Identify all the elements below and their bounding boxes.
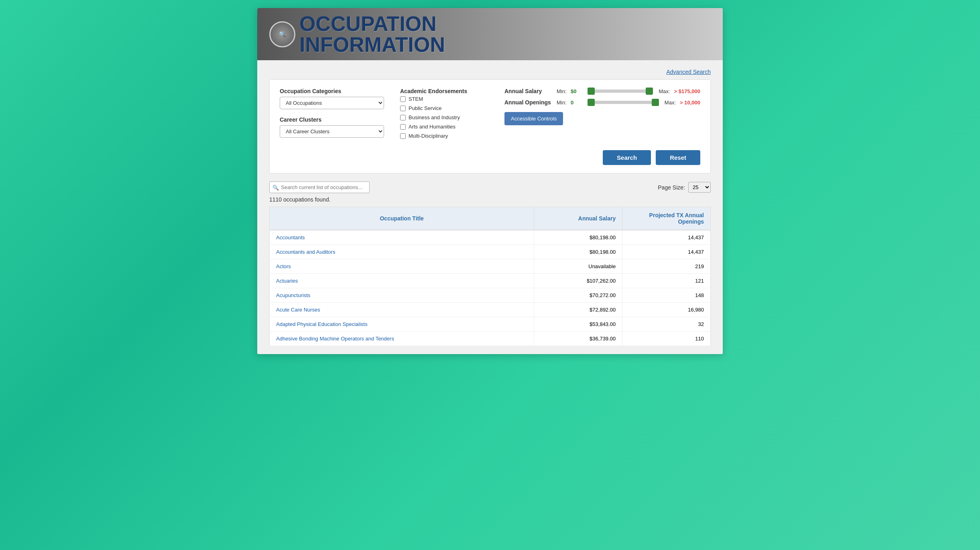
header-title: OCCUPATION INFORMATION	[299, 13, 445, 55]
reset-button[interactable]: Reset	[656, 150, 700, 165]
checkbox-public-service-input[interactable]	[400, 106, 406, 111]
checkbox-multi-disciplinary: Multi-Disciplinary	[400, 133, 488, 139]
cell-openings: 14,437	[622, 230, 711, 245]
table-row: Actuaries $107,262.00 121	[270, 274, 711, 288]
occupation-categories-label: Occupation Categories	[280, 88, 384, 94]
cell-salary: $53,843.00	[534, 317, 622, 332]
openings-slider-handle-left[interactable]	[588, 99, 595, 106]
cell-openings: 14,437	[622, 245, 711, 259]
openings-max-value: > 10,000	[680, 100, 700, 106]
search-button[interactable]: Search	[603, 150, 651, 165]
table-row: Acupuncturists $70,272.00 148	[270, 288, 711, 303]
salary-slider-fill	[588, 90, 653, 93]
annual-salary-row: Annual Salary Min: $0 Max: > $175,000	[504, 88, 700, 94]
occupation-link[interactable]: Adhesive Bonding Machine Operators and T…	[276, 336, 394, 342]
occupation-link[interactable]: Accountants	[276, 234, 305, 240]
checkbox-arts-humanities: Arts and Humanities	[400, 124, 488, 130]
search-icon: 🔍	[269, 21, 295, 47]
form-col-right: Annual Salary Min: $0 Max: > $175,000	[504, 88, 700, 125]
advanced-search-link[interactable]: Advanced Search	[666, 69, 711, 75]
checkbox-public-service-label: Public Service	[409, 105, 441, 111]
form-col-left: Occupation Categories All Occupations Ca…	[280, 88, 384, 138]
checkbox-public-service: Public Service	[400, 105, 488, 111]
salary-slider-handle-left[interactable]	[588, 88, 595, 95]
col-header-openings: Projected TX Annual Openings	[622, 207, 711, 230]
checkbox-stem-input[interactable]	[400, 96, 406, 102]
cell-salary: $36,739.00	[534, 332, 622, 346]
occupation-link[interactable]: Adapted Physical Education Specialists	[276, 321, 368, 327]
advanced-search-link-row: Advanced Search	[269, 68, 711, 75]
search-form: Occupation Categories All Occupations Ca…	[269, 79, 711, 173]
header-banner: 🔍 OCCUPATION INFORMATION	[257, 8, 723, 60]
table-row: Actors Unavailable 219	[270, 259, 711, 274]
career-clusters-select[interactable]: All Career Clusters	[280, 125, 384, 138]
list-controls: 🔍 Page Size: 10 25 50 100	[269, 181, 711, 193]
career-clusters-group: Career Clusters All Career Clusters	[280, 116, 384, 138]
openings-max-label: Max:	[665, 100, 676, 106]
openings-slider-handle-right[interactable]	[652, 99, 659, 106]
career-clusters-label: Career Clusters	[280, 116, 384, 123]
table-row: Accountants and Auditors $80,198.00 14,4…	[270, 245, 711, 259]
openings-slider-track	[588, 101, 659, 104]
cell-title: Accountants and Auditors	[270, 245, 534, 259]
cell-openings: 32	[622, 317, 711, 332]
main-container: 🔍 OCCUPATION INFORMATION Advanced Search…	[257, 8, 723, 354]
table-row: Adapted Physical Education Specialists $…	[270, 317, 711, 332]
table-row: Adhesive Bonding Machine Operators and T…	[270, 332, 711, 346]
checkbox-multi-disciplinary-input[interactable]	[400, 133, 406, 139]
annual-salary-label: Annual Salary	[504, 88, 553, 94]
cell-openings: 16,980	[622, 303, 711, 317]
cell-openings: 148	[622, 288, 711, 303]
occupation-link[interactable]: Acute Care Nurses	[276, 307, 320, 313]
cell-title: Actors	[270, 259, 534, 274]
results-table: Occupation Title Annual Salary Projected…	[269, 207, 711, 346]
checkbox-arts-humanities-input[interactable]	[400, 124, 406, 130]
openings-slider-fill	[588, 101, 659, 104]
results-count: 1110 occupations found.	[269, 196, 711, 203]
checkbox-business-industry-label: Business and Industry	[409, 114, 460, 120]
cell-salary: $72,892.00	[534, 303, 622, 317]
table-header-row: Occupation Title Annual Salary Projected…	[270, 207, 711, 230]
checkbox-business-industry-input[interactable]	[400, 115, 406, 120]
cell-openings: 110	[622, 332, 711, 346]
occupation-categories-select[interactable]: All Occupations	[280, 97, 384, 109]
annual-openings-row: Annual Openings Min: 0 Max: > 10,000	[504, 99, 700, 106]
cell-salary: $70,272.00	[534, 288, 622, 303]
cell-title: Accountants	[270, 230, 534, 245]
search-filter-input[interactable]	[269, 181, 370, 193]
annual-openings-label: Annual Openings	[504, 99, 553, 106]
salary-max-value: > $175,000	[674, 88, 700, 94]
cell-title: Acute Care Nurses	[270, 303, 534, 317]
search-filter-wrap: 🔍	[269, 181, 370, 193]
salary-slider-track	[588, 90, 653, 93]
page-size-select[interactable]: 10 25 50 100	[688, 182, 711, 193]
cell-salary: Unavailable	[534, 259, 622, 274]
checkbox-stem: STEM	[400, 96, 488, 102]
table-body: Accountants $80,198.00 14,437 Accountant…	[270, 230, 711, 346]
salary-slider-handle-right[interactable]	[646, 88, 653, 95]
table-row: Acute Care Nurses $72,892.00 16,980	[270, 303, 711, 317]
col-header-salary: Annual Salary	[534, 207, 622, 230]
cell-salary: $107,262.00	[534, 274, 622, 288]
checkbox-arts-humanities-label: Arts and Humanities	[409, 124, 455, 130]
cell-title: Adapted Physical Education Specialists	[270, 317, 534, 332]
occupation-link[interactable]: Actuaries	[276, 278, 298, 284]
table-row: Accountants $80,198.00 14,437	[270, 230, 711, 245]
form-row: Occupation Categories All Occupations Ca…	[280, 88, 700, 142]
occupation-link[interactable]: Acupuncturists	[276, 292, 310, 298]
occupation-link[interactable]: Accountants and Auditors	[276, 249, 335, 255]
checkbox-business-industry: Business and Industry	[400, 114, 488, 120]
search-filter-icon: 🔍	[272, 184, 279, 190]
cell-title: Acupuncturists	[270, 288, 534, 303]
checkbox-multi-disciplinary-label: Multi-Disciplinary	[409, 133, 448, 139]
occupation-link[interactable]: Actors	[276, 263, 291, 269]
salary-min-label: Min:	[557, 88, 567, 94]
cell-title: Adhesive Bonding Machine Operators and T…	[270, 332, 534, 346]
cell-title: Actuaries	[270, 274, 534, 288]
endorsements-label: Academic Endorsements	[400, 88, 488, 94]
cell-openings: 121	[622, 274, 711, 288]
accessible-controls-button[interactable]: Accessible Controls	[504, 112, 563, 125]
openings-min-label: Min:	[557, 100, 567, 106]
form-col-middle: Academic Endorsements STEM Public Servic…	[400, 88, 488, 142]
cell-openings: 219	[622, 259, 711, 274]
